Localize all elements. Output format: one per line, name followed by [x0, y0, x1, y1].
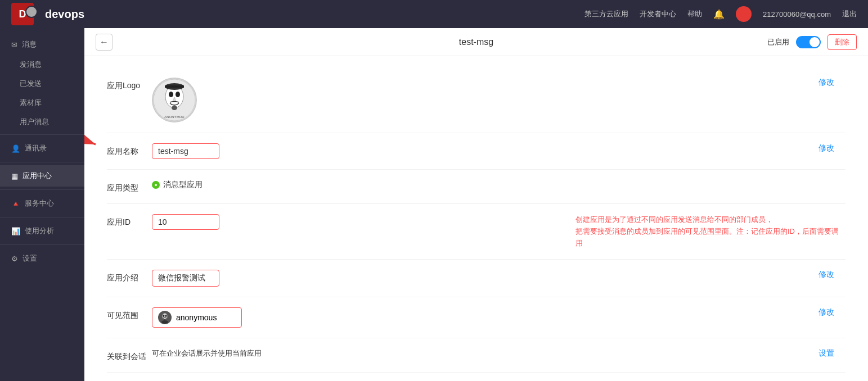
svg-rect-8 [165, 85, 184, 88]
sidebar-message-label: 消息 [22, 39, 37, 49]
notification-bell-icon[interactable]: 🔔 [713, 9, 725, 20]
app-id-field: 10 [152, 214, 219, 230]
chat-setting-link[interactable]: 设置 [818, 348, 845, 359]
form-row-id: 应用ID 10 创建应用是为了通过不同的应用发送消息给不同的部门成员， 把需要接… [107, 204, 845, 260]
sidebar-section-service[interactable]: 🔺 服务中心 [0, 193, 84, 214]
type-label: 应用类型 [107, 180, 152, 193]
svg-point-4 [169, 92, 173, 97]
anonymous-logo-svg: ANONYMOU [153, 79, 196, 121]
logo-label: 应用Logo [107, 78, 152, 91]
logo-value: ANONYMOU [152, 78, 818, 123]
third-party-link[interactable]: 第三方云应用 [584, 9, 628, 19]
sidebar-section-message[interactable]: ✉ 消息 [0, 34, 84, 55]
svg-point-18 [161, 320, 168, 324]
scope-label: 可见范围 [107, 307, 152, 321]
sidebar-divider-4 [0, 217, 84, 217]
svg-point-5 [176, 92, 180, 97]
top-nav-right: 第三方云应用 开发者中心 帮助 🔔 212700060@qq.com 退出 [584, 6, 857, 22]
app-logo-area: D devops [11, 3, 84, 25]
id-description: 创建应用是为了通过不同的应用发送消息给不同的部门成员， 把需要接受消息的成员加到… [564, 214, 845, 249]
intro-edit-link[interactable]: 修改 [818, 270, 845, 280]
sidebar-section-app-center[interactable]: ▦ 应用中心 [0, 165, 84, 187]
sidebar-item-sent[interactable]: 已发送 [0, 74, 84, 93]
delete-button[interactable]: 删除 [827, 34, 857, 50]
scope-username: anonymous [176, 313, 217, 322]
id-desc-line1: 创建应用是为了通过不同的应用发送消息给不同的部门成员， [575, 214, 845, 226]
sidebar-item-send[interactable]: 发消息 [0, 55, 84, 74]
logo-edit-link[interactable]: 修改 [818, 78, 845, 88]
dev-center-link[interactable]: 开发者中心 [640, 9, 676, 19]
service-icon: 🔺 [11, 199, 20, 208]
page-header-right: 已启用 删除 [767, 34, 857, 50]
form-row-scope: 可见范围 [107, 297, 845, 338]
enabled-label: 已启用 [767, 37, 789, 47]
contacts-icon: 👤 [11, 144, 20, 153]
scope-value-box: anonymous [152, 307, 242, 328]
name-label: 应用名称 [107, 143, 152, 157]
sidebar-contacts-label: 通讯录 [25, 143, 47, 153]
form-row-type: 应用类型 ● 消息型应用 [107, 170, 845, 204]
form-row-name: 应用名称 test-msg 修改 [107, 133, 845, 170]
settings-icon: ⚙ [11, 255, 18, 263]
intro-value: 微信报警测试 [152, 270, 818, 287]
form-row-domain: 可信域名 设置应用可信域名，可去除页面安全风险提示、OAuth2.0网页授权、微… [107, 373, 845, 381]
svg-point-9 [172, 106, 177, 110]
app-type-badge: ● 消息型应用 [152, 180, 203, 190]
intro-label: 应用介绍 [107, 270, 152, 283]
sidebar-user-message-label: 用户消息 [20, 117, 49, 127]
scope-avatar-img [159, 311, 171, 324]
top-navigation: D devops 第三方云应用 开发者中心 帮助 🔔 212700060@qq.… [0, 0, 868, 28]
chat-label: 关联到会话 [107, 348, 152, 362]
analytics-icon: 📊 [11, 227, 20, 235]
scope-value-container: anonymous [152, 307, 818, 328]
back-button[interactable]: ← [96, 34, 113, 51]
sidebar-settings-label: 设置 [23, 253, 37, 264]
app-name-field[interactable]: test-msg [152, 143, 219, 159]
sidebar-send-label: 发消息 [20, 60, 42, 70]
type-dot: ● [152, 181, 160, 189]
sidebar-divider-1 [0, 134, 84, 135]
sidebar-divider-5 [0, 244, 84, 245]
app-center-icon: ▦ [11, 172, 18, 180]
sidebar-sent-label: 已发送 [20, 79, 42, 89]
enable-toggle[interactable] [796, 36, 821, 48]
app-logo-image: ANONYMOU [152, 78, 197, 123]
form-row-chat: 关联到会话 可在企业会话展示并使用当前应用 设置 [107, 338, 845, 373]
message-icon: ✉ [11, 40, 17, 49]
id-desc-line2: 把需要接受消息的成员加到应用的可见范围里面。注：记住应用的ID，后面需要调用 [575, 226, 845, 250]
sidebar-section-settings[interactable]: ⚙ 设置 [0, 248, 84, 269]
sidebar-section-analytics[interactable]: 📊 使用分析 [0, 220, 84, 242]
sidebar-item-materials[interactable]: 素材库 [0, 93, 84, 112]
sidebar-app-center-label: 应用中心 [23, 171, 52, 181]
sidebar-divider-2 [0, 162, 84, 162]
form-row-logo: 应用Logo [107, 67, 845, 133]
name-edit-link[interactable]: 修改 [818, 143, 845, 153]
scope-user-avatar [158, 311, 172, 324]
type-value: ● 消息型应用 [152, 180, 845, 190]
chat-value: 可在企业会话展示并使用当前应用 [152, 348, 818, 359]
sidebar: ✉ 消息 发消息 已发送 素材库 用户消息 👤 通讯录 ▦ 应用中心 🔺 服务中… [0, 28, 84, 381]
sidebar-service-label: 服务中心 [25, 198, 54, 208]
sidebar-analytics-label: 使用分析 [25, 226, 54, 236]
app-name: devops [45, 8, 84, 21]
svg-line-12 [84, 125, 96, 144]
sidebar-divider-3 [0, 189, 84, 190]
main-layout: ✉ 消息 发消息 已发送 素材库 用户消息 👤 通讯录 ▦ 应用中心 🔺 服务中… [0, 28, 868, 381]
sidebar-section-contacts[interactable]: 👤 通讯录 [0, 138, 84, 159]
type-text: 消息型应用 [163, 180, 203, 190]
form-row-intro: 应用介绍 微信报警测试 修改 [107, 260, 845, 297]
app-intro-field[interactable]: 微信报警测试 [152, 270, 219, 287]
user-avatar [736, 6, 752, 22]
chat-text: 可在企业会话展示并使用当前应用 [152, 348, 262, 359]
help-link[interactable]: 帮助 [687, 9, 702, 19]
name-value: test-msg [152, 143, 818, 159]
id-value: 10 [152, 214, 564, 230]
page-header: ← test-msg 已启用 删除 [84, 28, 868, 56]
scope-edit-link[interactable]: 修改 [818, 307, 845, 318]
app-logo-container: ANONYMOU [152, 78, 197, 123]
sidebar-item-user-message[interactable]: 用户消息 [0, 112, 84, 131]
sidebar-materials-label: 素材库 [20, 98, 42, 108]
form-content: 应用Logo [84, 56, 868, 381]
user-email[interactable]: 212700060@qq.com [763, 10, 831, 19]
logout-link[interactable]: 退出 [842, 9, 857, 19]
